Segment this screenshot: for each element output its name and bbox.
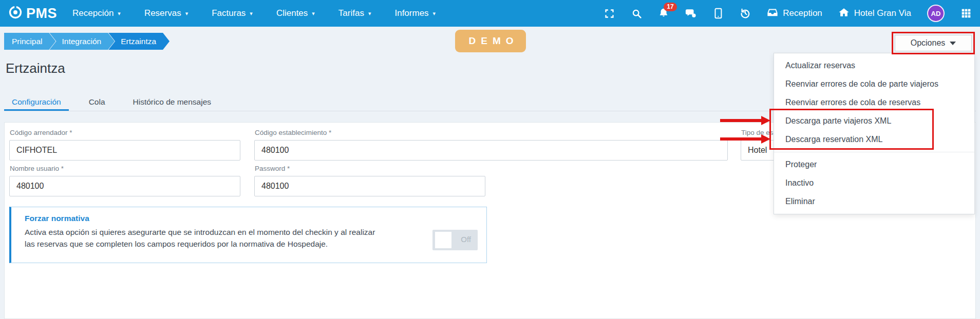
home-icon (838, 7, 850, 21)
tablet-icon[interactable] (712, 8, 724, 19)
descarga-annotation-box (769, 109, 934, 150)
toggle-off-label: Off (461, 235, 471, 244)
hotel-label: Hotel Gran Via (854, 8, 911, 18)
breadcrumb-integracion[interactable]: Integración (49, 33, 115, 50)
navbar-right: 17 Reception Hotel Gran Via (604, 5, 972, 22)
menu-clientes[interactable]: Clientes (276, 8, 315, 18)
menu-recepcion[interactable]: Recepción (72, 8, 121, 18)
hotel-selector[interactable]: Hotel Gran Via (838, 7, 911, 21)
password-input[interactable] (254, 176, 485, 196)
inbox-icon (767, 7, 778, 21)
chat-icon[interactable] (685, 8, 696, 19)
menu-item-eliminar[interactable]: Eliminar (774, 192, 974, 211)
codigo-arrendador-label: Código arrendador * (10, 129, 240, 136)
apps-grid-icon[interactable] (960, 8, 972, 19)
top-navbar: PMS Recepción Reservas Facturas Clientes… (0, 0, 980, 27)
screen: PMS Recepción Reservas Facturas Clientes… (0, 0, 980, 319)
options-annotation-box: Opciones (892, 32, 975, 54)
annotation-arrow-descarga-parte-viajeros (720, 116, 770, 125)
forzar-normativa-notice: Forzar normativa Activa esta opción si q… (9, 207, 487, 263)
notice-title: Forzar normativa (25, 214, 486, 223)
menu-facturas[interactable]: Facturas (212, 8, 253, 18)
page-title: Ertzaintza (6, 61, 65, 76)
pms-logo-text: PMS (26, 6, 57, 22)
notifications-count-badge: 17 (664, 3, 676, 11)
user-avatar[interactable]: AD (927, 5, 945, 22)
menu-informes[interactable]: Informes (394, 8, 436, 18)
pms-logo-icon (8, 5, 23, 22)
codigo-establecimiento-input[interactable] (254, 140, 728, 161)
reception-selector[interactable]: Reception (767, 7, 822, 21)
tab-cola[interactable]: Cola (81, 94, 113, 111)
tab-historico-de-mensajes[interactable]: Histórico de mensajes (125, 94, 219, 111)
notice-text: Activa esta opción si quieres asegurarte… (25, 226, 384, 250)
menu-item-proteger[interactable]: Proteger (774, 155, 974, 174)
menu-item-inactivo[interactable]: Inactivo (774, 174, 974, 192)
breadcrumb-principal[interactable]: Principal (4, 33, 55, 50)
toggle-knob (435, 232, 451, 248)
search-icon[interactable] (631, 8, 642, 19)
forzar-normativa-toggle[interactable]: Off (432, 230, 478, 250)
breadcrumb: Principal Integración Ertzaintza (4, 33, 169, 50)
dropdown-divider (774, 152, 974, 152)
menu-reservas[interactable]: Reservas (144, 8, 188, 18)
annotation-arrow-descarga-reservation (720, 134, 770, 144)
field-codigo-establecimiento: Código establecimiento * (254, 129, 728, 161)
nombre-usuario-input[interactable] (9, 176, 240, 196)
notifications-bell-icon[interactable]: 17 (658, 8, 669, 19)
reception-label: Reception (783, 8, 822, 18)
fullscreen-icon[interactable] (604, 8, 615, 19)
history-icon[interactable] (740, 8, 751, 19)
pms-logo[interactable]: PMS (8, 5, 57, 22)
breadcrumb-ertzaintza[interactable]: Ertzaintza (108, 33, 169, 50)
field-password: Password * (254, 165, 485, 196)
password-label: Password * (255, 165, 485, 172)
field-nombre-usuario: Nombre usuario * (9, 165, 240, 196)
tab-configuracion[interactable]: Configuración (4, 94, 69, 111)
nombre-usuario-label: Nombre usuario * (10, 165, 240, 172)
options-button[interactable]: Opciones (895, 35, 972, 51)
codigo-arrendador-input[interactable] (9, 140, 240, 161)
main-menu: Recepción Reservas Facturas Clientes Tar… (72, 8, 436, 18)
codigo-establecimiento-label: Código establecimiento * (255, 129, 728, 136)
menu-tarifas[interactable]: Tarifas (338, 8, 371, 18)
demo-badge: DEMO (455, 30, 526, 52)
menu-item-reenviar-errores-parte-viajeros[interactable]: Reenviar errores de cola de parte viajer… (774, 75, 974, 93)
field-codigo-arrendador: Código arrendador * (9, 129, 240, 161)
menu-item-actualizar-reservas[interactable]: Actualizar reservas (774, 56, 974, 75)
